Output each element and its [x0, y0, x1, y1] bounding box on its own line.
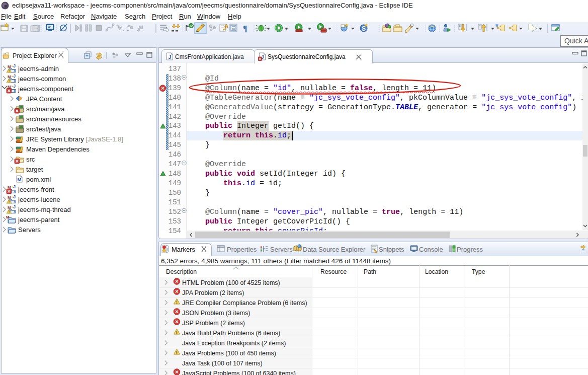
svg-text:jeecms-lucene: jeecms-lucene [18, 196, 60, 203]
svg-text:Data Source Explorer: Data Source Explorer [303, 246, 366, 253]
svg-text:¶: ¶ [243, 24, 247, 33]
svg-text:jeecms-parent: jeecms-parent [18, 216, 60, 223]
svg-text:Description: Description [166, 268, 197, 275]
svg-text:J: J [169, 54, 172, 60]
svg-text:pom.xml: pom.xml [26, 176, 51, 183]
svg-text:Servers: Servers [270, 246, 293, 253]
svg-text:JRE System Library [JavaSE-1.8: JRE System Library [JavaSE-1.8] [26, 135, 123, 143]
svg-text:Java Exception Breakpoints (2: Java Exception Breakpoints (2 items) [182, 340, 286, 347]
svg-text:Console: Console [419, 246, 443, 253]
svg-text:Servers: Servers [18, 226, 41, 234]
svg-text:target: target [26, 166, 43, 173]
svg-text:src/test/java: src/test/java [26, 125, 61, 133]
svg-text:JRE Compiler Compliance Proble: JRE Compiler Compliance Problem (6 items… [182, 299, 307, 307]
svg-text:JSON Problem (3 items): JSON Problem (3 items) [182, 310, 250, 317]
svg-text:jeecms-component: jeecms-component [18, 85, 73, 93]
svg-text:Location: Location [425, 268, 448, 275]
svg-text:Resource: Resource [320, 268, 347, 275]
svg-text:Progress: Progress [457, 246, 483, 253]
svg-text:jeecms-admin: jeecms-admin [18, 65, 59, 72]
svg-text:Path: Path [364, 268, 376, 275]
svg-text:JSP Problem (2 items): JSP Problem (2 items) [182, 320, 245, 327]
svg-text:Maven Dependencies: Maven Dependencies [26, 145, 90, 153]
svg-text:Java Problems (100 of 450 item: Java Problems (100 of 450 items) [182, 350, 276, 357]
svg-text:jeecms-mq-thread: jeecms-mq-thread [18, 206, 71, 213]
svg-text:Java Build Path Problems (6 it: Java Build Path Problems (6 items) [182, 330, 280, 337]
svg-text:M: M [18, 177, 22, 182]
svg-text:Properties: Properties [227, 246, 257, 253]
svg-text:src/main/java: src/main/java [26, 105, 65, 113]
svg-text:Type: Type [472, 268, 485, 275]
svg-text:JavaScript Problems (100 of 63: JavaScript Problems (100 of 6340 items) [182, 370, 296, 375]
svg-text:Java Task (100 of 107 items): Java Task (100 of 107 items) [182, 360, 263, 367]
svg-text:HTML Problem (100 of 4525 item: HTML Problem (100 of 4525 items) [182, 279, 280, 286]
svg-text:M: M [6, 215, 10, 219]
svg-text:src: src [26, 156, 35, 163]
svg-text:JPA Content: JPA Content [26, 95, 62, 103]
svg-text:jeecms-front: jeecms-front [18, 186, 54, 193]
svg-text:Snippets: Snippets [379, 246, 404, 253]
svg-text:Markers: Markers [172, 246, 195, 253]
svg-text:S: S [362, 25, 366, 32]
svg-text:Project Explorer: Project Explorer [13, 52, 56, 59]
svg-text:src/main/resources: src/main/resources [26, 115, 81, 123]
svg-text:jeecms-common: jeecms-common [18, 75, 66, 83]
svg-text:JPA Problem (2 items): JPA Problem (2 items) [182, 289, 244, 296]
